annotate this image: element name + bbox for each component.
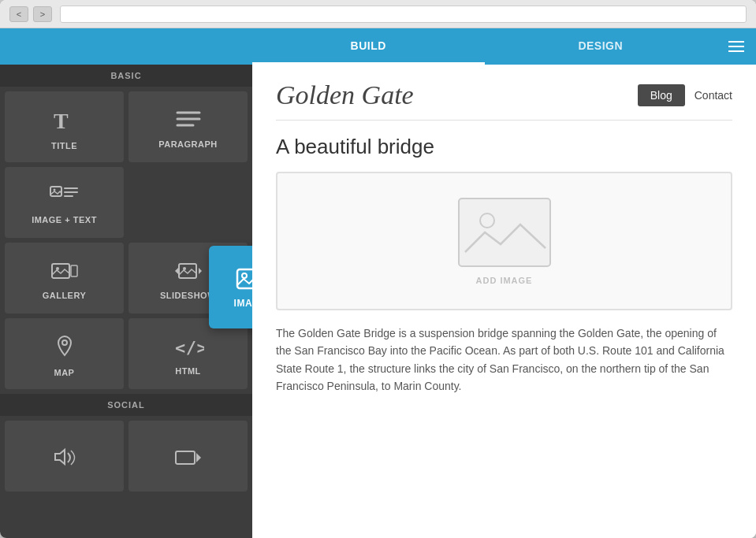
site-header: Golden Gate Blog Contact — [276, 80, 732, 121]
page-title: A beautiful bridge — [276, 135, 732, 159]
tab-design[interactable]: DESIGN — [485, 28, 717, 65]
app-content: BUILD DESIGN BASIC — [0, 28, 756, 538]
sidebar-item-html[interactable]: </> HTML — [128, 318, 248, 389]
nav-blog-button[interactable]: Blog — [638, 84, 685, 106]
address-bar[interactable] — [60, 6, 747, 23]
section-header-basic: BASIC — [0, 65, 252, 87]
slideshow-icon — [173, 259, 204, 284]
add-image-label: ADD IMAGE — [476, 276, 533, 285]
image-placeholder-icon — [457, 197, 552, 268]
top-nav: BUILD DESIGN — [0, 28, 756, 65]
svg-marker-14 — [175, 268, 178, 274]
sidebar-item-label: IMAGE + TEXT — [32, 215, 97, 224]
title-icon: T — [50, 106, 79, 135]
sidebar-item-paragraph[interactable]: PARAGRAPH — [128, 91, 248, 162]
sidebar-item-audio[interactable] — [5, 421, 124, 492]
sidebar-item-label: HTML — [175, 366, 201, 376]
svg-rect-23 — [459, 199, 550, 266]
preview-area: Golden Gate Blog Contact — [252, 65, 756, 538]
audio-icon — [50, 445, 79, 470]
svg-marker-18 — [55, 450, 65, 464]
svg-marker-15 — [199, 268, 202, 274]
sidebar-item-map[interactable]: MAP — [5, 318, 124, 389]
site-logo: Golden Gate — [276, 80, 414, 110]
map-icon — [52, 333, 77, 362]
floating-tooltip-label: IMAGE — [234, 298, 252, 309]
sidebar-grid-basic: T TITLE — [0, 87, 252, 394]
sidebar-item-label: PARAGRAPH — [158, 139, 218, 149]
sidebar-item-gallery[interactable]: GALLERY — [5, 243, 124, 314]
sidebar-item-title[interactable]: T TITLE — [5, 91, 124, 162]
section-header-social: SOCIAL — [0, 394, 252, 416]
sidebar-item-label: GALLERY — [43, 291, 87, 300]
sidebar-item-label: TITLE — [51, 141, 77, 150]
html-icon: </> — [173, 335, 204, 360]
tab-build[interactable]: BUILD — [252, 28, 485, 65]
image-text-icon — [49, 184, 80, 209]
top-nav-left — [0, 28, 252, 65]
hamburger-icon — [728, 41, 744, 52]
gallery-icon — [50, 259, 79, 284]
nav-contact-link[interactable]: Contact — [695, 89, 732, 102]
page-body-text: The Golden Gate Bridge is a suspension b… — [276, 325, 732, 395]
svg-marker-20 — [196, 453, 201, 462]
sidebar-item-video[interactable] — [128, 421, 248, 492]
site-nav: Blog Contact — [638, 84, 732, 106]
browser-nav-buttons: < > — [9, 6, 52, 22]
svg-point-22 — [242, 273, 247, 278]
forward-button[interactable]: > — [33, 6, 52, 22]
svg-point-5 — [53, 189, 55, 191]
preview-inner: Golden Gate Blog Contact — [252, 65, 756, 538]
back-button[interactable]: < — [9, 6, 28, 22]
sidebar-item-image-text[interactable]: IMAGE + TEXT — [5, 167, 124, 238]
svg-rect-19 — [176, 451, 195, 464]
sidebar-grid-social — [0, 416, 252, 496]
main-layout: BASIC T TITLE — [0, 65, 756, 538]
floating-image-tooltip[interactable]: IMAGE — [209, 246, 252, 328]
svg-point-16 — [62, 340, 67, 345]
browser-chrome: < > — [0, 0, 756, 28]
paragraph-icon — [174, 108, 203, 133]
floating-image-icon — [236, 266, 253, 291]
svg-text:</>: </> — [175, 338, 204, 358]
sidebar-item-label: SLIDESHOW — [160, 291, 216, 300]
image-placeholder-box[interactable]: ADD IMAGE — [276, 172, 732, 310]
top-nav-tabs: BUILD DESIGN — [252, 28, 717, 65]
sidebar: BASIC T TITLE — [0, 65, 252, 538]
video-icon — [174, 445, 203, 470]
menu-button[interactable] — [717, 28, 756, 65]
svg-text:T: T — [54, 109, 69, 133]
svg-rect-21 — [237, 269, 253, 288]
browser-window: < > BUILD DESIGN — [0, 0, 756, 538]
sidebar-item-label: MAP — [54, 368, 75, 377]
svg-rect-11 — [71, 265, 77, 276]
